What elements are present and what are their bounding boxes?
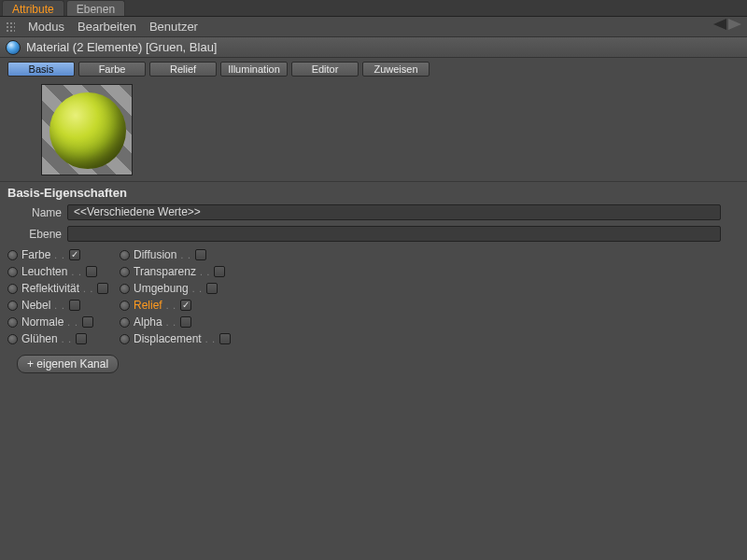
- material-header: Material (2 Elemente) [Gruen, Blau]: [0, 37, 747, 58]
- channel-normale: Normale . .: [7, 315, 120, 329]
- channel-checkbox-transparenz[interactable]: [214, 266, 225, 277]
- channel-label-umgebung[interactable]: Umgebung: [134, 282, 189, 295]
- channel-radio-alpha[interactable]: [120, 317, 130, 328]
- nav-arrows: [713, 19, 741, 30]
- subtab-zuweisen[interactable]: Zuweisen: [362, 62, 430, 77]
- material-preview-wrap: [0, 80, 747, 181]
- channel-label-transparenz[interactable]: Transparenz: [134, 265, 196, 278]
- channel-checkbox-diffusion[interactable]: [195, 249, 206, 260]
- channel-radio-normale[interactable]: [7, 317, 18, 328]
- channel-label-alpha[interactable]: Alpha: [134, 315, 162, 329]
- channel-radio-displacement[interactable]: [120, 334, 130, 344]
- menu-bar: Modus Bearbeiten Benutzer: [0, 17, 747, 37]
- channel-alpha: Alpha . .: [120, 315, 250, 329]
- channel-checkbox-displacement[interactable]: [219, 333, 231, 344]
- subtab-basis[interactable]: Basis: [7, 62, 75, 77]
- dots-icon: . .: [166, 317, 176, 328]
- label-name: Name: [7, 206, 62, 219]
- channel-diffusion: Diffusion . .: [120, 248, 250, 261]
- channel-label-normale[interactable]: Normale: [21, 315, 63, 329]
- dots-icon: . .: [166, 301, 176, 311]
- channel-grid: Farbe . . Diffusion . . Leuchten . . Tra…: [0, 245, 747, 349]
- grip-handle[interactable]: [6, 21, 15, 33]
- subtab-editor[interactable]: Editor: [291, 62, 359, 77]
- dots-icon: . .: [67, 317, 78, 328]
- channel-gluehen: Glühen . .: [7, 332, 120, 345]
- channel-checkbox-gluehen[interactable]: [76, 333, 87, 344]
- menu-modus[interactable]: Modus: [28, 20, 64, 34]
- subtab-relief[interactable]: Relief: [149, 62, 217, 77]
- nav-back-icon[interactable]: [713, 19, 726, 30]
- dots-icon: . .: [83, 284, 93, 294]
- channel-radio-relief[interactable]: [120, 301, 130, 311]
- input-ebene[interactable]: [67, 226, 721, 242]
- tab-ebenen[interactable]: Ebenen: [66, 0, 125, 16]
- channel-radio-nebel[interactable]: [7, 301, 18, 311]
- channel-radio-umgebung[interactable]: [120, 284, 130, 294]
- channel-checkbox-alpha[interactable]: [180, 316, 191, 328]
- nav-forward-icon[interactable]: [728, 19, 741, 30]
- channel-farbe: Farbe . .: [7, 248, 120, 261]
- channel-label-gluehen[interactable]: Glühen: [21, 332, 58, 345]
- label-ebene: Ebene: [7, 228, 62, 241]
- input-name[interactable]: <<Verschiedene Werte>>: [67, 204, 721, 220]
- channel-umgebung: Umgebung . .: [120, 282, 250, 295]
- channel-displacement: Displacement . .: [120, 332, 250, 345]
- panel-tabs: Attribute Ebenen: [0, 0, 747, 17]
- row-name: Name <<Verschiedene Werte>>: [0, 202, 747, 223]
- channel-radio-diffusion[interactable]: [120, 250, 130, 260]
- channel-label-displacement[interactable]: Displacement: [134, 332, 202, 345]
- menu-bearbeiten[interactable]: Bearbeiten: [78, 20, 136, 34]
- material-subtabs: Basis Farbe Relief Illumination Editor Z…: [0, 58, 747, 80]
- dots-icon: . .: [54, 301, 64, 311]
- channel-radio-gluehen[interactable]: [7, 334, 18, 344]
- channel-checkbox-umgebung[interactable]: [206, 283, 218, 294]
- channel-transparenz: Transparenz . .: [120, 265, 250, 278]
- channel-label-reflektivitaet[interactable]: Reflektivität: [21, 282, 79, 295]
- add-channel-button[interactable]: + eigenen Kanal: [17, 355, 119, 373]
- channel-checkbox-farbe[interactable]: [69, 249, 80, 260]
- preview-sphere-icon: [49, 92, 126, 169]
- dots-icon: . .: [62, 334, 72, 344]
- channel-checkbox-nebel[interactable]: [69, 300, 80, 311]
- channel-reflektivitaet: Reflektivität . .: [7, 282, 120, 295]
- channel-label-nebel[interactable]: Nebel: [21, 299, 50, 312]
- dots-icon: . .: [192, 284, 203, 294]
- dots-icon: . .: [205, 334, 216, 344]
- channel-label-diffusion[interactable]: Diffusion: [134, 248, 176, 261]
- channel-checkbox-normale[interactable]: [82, 316, 93, 328]
- tab-attribute[interactable]: Attribute: [2, 0, 64, 16]
- material-title: Material (2 Elemente) [Gruen, Blau]: [26, 40, 217, 54]
- channel-nebel: Nebel . .: [7, 299, 120, 312]
- channel-radio-reflektivitaet[interactable]: [7, 284, 18, 294]
- dots-icon: . .: [71, 267, 81, 277]
- dots-icon: . .: [180, 250, 190, 260]
- material-sphere-icon: [6, 40, 21, 55]
- material-preview[interactable]: [41, 84, 133, 175]
- channel-leuchten: Leuchten . .: [7, 265, 120, 278]
- channel-checkbox-reflektivitaet[interactable]: [97, 283, 108, 294]
- menu-benutzer[interactable]: Benutzer: [149, 20, 198, 34]
- channel-label-leuchten[interactable]: Leuchten: [21, 265, 67, 278]
- channel-relief: Relief . .: [120, 299, 250, 312]
- channel-radio-farbe[interactable]: [7, 250, 18, 260]
- dots-icon: . .: [200, 267, 210, 277]
- channel-checkbox-leuchten[interactable]: [86, 266, 97, 277]
- subtab-farbe[interactable]: Farbe: [78, 62, 146, 77]
- channel-checkbox-relief[interactable]: [180, 300, 191, 311]
- row-ebene: Ebene: [0, 223, 747, 245]
- section-basis-eigenschaften: Basis-Eigenschaften: [0, 181, 747, 202]
- channel-radio-transparenz[interactable]: [120, 267, 130, 277]
- channel-label-relief[interactable]: Relief: [134, 299, 162, 312]
- dots-icon: . .: [54, 250, 64, 260]
- subtab-illumination[interactable]: Illumination: [220, 62, 288, 77]
- channel-radio-leuchten[interactable]: [7, 267, 18, 277]
- channel-label-farbe[interactable]: Farbe: [21, 248, 50, 261]
